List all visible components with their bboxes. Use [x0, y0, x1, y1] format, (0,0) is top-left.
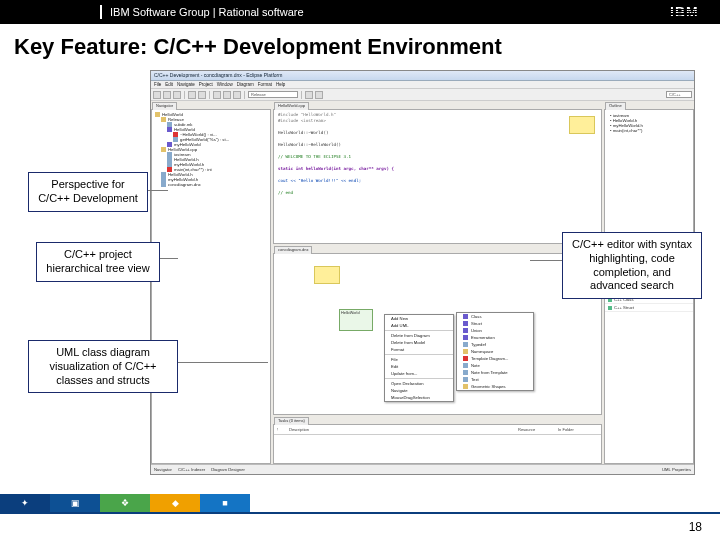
toolbar-button[interactable]	[233, 91, 241, 99]
submenu-item[interactable]: Namespace	[457, 348, 533, 355]
submenu-item[interactable]: Enumeration	[457, 334, 533, 341]
leader-uml	[178, 362, 268, 363]
explorer-tab[interactable]: Navigator	[152, 102, 177, 110]
sticky-note-icon[interactable]	[569, 116, 595, 134]
palette-item[interactable]: C++ Struct	[605, 304, 693, 312]
outline-tab[interactable]: Outline	[605, 102, 626, 110]
ide-statusbar: Navigator C/C++ Indexer Diagram Designer…	[151, 464, 694, 474]
ide-titlebar: C/C++ Development - concdiagram.dnx - Ec…	[151, 71, 694, 81]
submenu-item[interactable]: Struct	[457, 320, 533, 327]
toolbar-sep	[209, 91, 210, 99]
ctx-menu-item[interactable]: Format	[385, 346, 453, 353]
tasks-tab[interactable]: Tasks (0 items)	[274, 417, 309, 425]
code-line: // end	[278, 190, 597, 196]
sticky-note-icon[interactable]	[314, 266, 340, 284]
menu-item[interactable]: Edit	[165, 82, 173, 87]
col: !	[277, 427, 289, 432]
callout-editor: C/C++ editor with syntax highlighting, c…	[562, 232, 702, 299]
slide-title: Key Feature: C/C++ Development Environme…	[0, 24, 720, 64]
ctx-menu-item[interactable]: MouseDragSelection	[385, 394, 453, 401]
ctx-menu-item[interactable]: Edit	[385, 363, 453, 370]
ctx-menu-item[interactable]: Add UML	[385, 322, 453, 329]
submenu-item[interactable]: Template Diagram...	[457, 355, 533, 362]
tasks-view[interactable]: Tasks (0 items) ! Description Resource I…	[273, 424, 602, 464]
menu-item[interactable]: Window	[217, 82, 233, 87]
submenu-item[interactable]: Union	[457, 327, 533, 334]
file-icon	[463, 363, 468, 368]
perspective-badge[interactable]: C/C++	[666, 91, 692, 98]
ctx-menu-item[interactable]: Add New	[385, 315, 453, 322]
code-editor[interactable]: HelloWorld.cpp #include "HelloWorld.h"#i…	[273, 109, 602, 244]
ctx-menu-item[interactable]: Delete from Model	[385, 339, 453, 346]
submenu-item[interactable]: Text	[457, 376, 533, 383]
folder-icon	[463, 384, 468, 389]
submenu-item[interactable]: Geometric Shapes	[457, 383, 533, 390]
toolbar-sep	[184, 91, 185, 99]
menu-item[interactable]: Help	[276, 82, 285, 87]
toolbar-button[interactable]	[173, 91, 181, 99]
ctx-menu-item[interactable]: File	[385, 356, 453, 363]
uml-diagram[interactable]: concdiagram.dnx HelloWorld Add NewAdd UM…	[273, 253, 602, 415]
editor-tab[interactable]: HelloWorld.cpp	[274, 102, 309, 110]
menu-item[interactable]: Navigate	[177, 82, 195, 87]
ide-toolbar[interactable]: Release C/C++	[151, 89, 694, 101]
toolbar-sep	[301, 91, 302, 99]
context-menu[interactable]: Add NewAdd UMLDelete from DiagramDelete …	[384, 314, 454, 402]
submenu-item[interactable]: Typedef	[457, 341, 533, 348]
col: In Folder	[558, 427, 598, 432]
toolbar-button[interactable]	[213, 91, 221, 99]
uml-class-box[interactable]: HelloWorld	[339, 309, 373, 331]
footer-tiles: ✦ ▣ ❖ ◆ ■	[0, 494, 250, 512]
status-cell: UML Properties	[662, 467, 691, 472]
outline-view[interactable]: Outline • iostream• HelloWorld.h• myHell…	[604, 109, 694, 244]
submenu-item[interactable]: Note	[457, 362, 533, 369]
ctx-menu-item[interactable]: Delete from Diagram	[385, 332, 453, 339]
toolbar-button[interactable]	[188, 91, 196, 99]
ctx-menu-item[interactable]: Navigate	[385, 387, 453, 394]
callout-perspective: Perspective for C/C++ Development	[28, 172, 148, 212]
left-column: Navigator HelloWorldReleasesubdir.mkHell…	[151, 101, 271, 464]
project-explorer[interactable]: Navigator HelloWorldReleasesubdir.mkHell…	[151, 109, 271, 464]
col: Description	[289, 427, 518, 432]
ide-menubar[interactable]: File Edit Navigate Project Window Diagra…	[151, 81, 694, 89]
footer-tile: ▣	[50, 494, 100, 512]
toolbar-button[interactable]	[315, 91, 323, 99]
diagram-tab[interactable]: concdiagram.dnx	[274, 246, 312, 254]
middle-column: HelloWorld.cpp #include "HelloWorld.h"#i…	[273, 101, 602, 464]
leader-perspective	[148, 190, 168, 191]
ctx-menu-item[interactable]: Open Declaration	[385, 380, 453, 387]
ctx-menu-item[interactable]: Update from...	[385, 370, 453, 377]
menu-item[interactable]: File	[154, 82, 161, 87]
outline-host: • iostream• HelloWorld.h• myHelloWorld.h…	[605, 110, 693, 136]
toolbar-button[interactable]	[163, 91, 171, 99]
folder-icon	[161, 117, 166, 122]
outline-item[interactable]: • main(int,char**)	[607, 128, 691, 133]
file-icon	[463, 377, 468, 382]
code-area[interactable]: #include "HelloWorld.h"#include <iostrea…	[274, 110, 601, 198]
folder-icon	[161, 147, 166, 152]
toolbar-button[interactable]	[223, 91, 231, 99]
footer-tile: ◆	[150, 494, 200, 512]
toolbar-button[interactable]	[305, 91, 313, 99]
menu-item[interactable]: Format	[258, 82, 272, 87]
tree-node[interactable]: concdiagram.dnx	[152, 182, 270, 187]
ibm-logo: IBM	[670, 5, 706, 19]
menu-item[interactable]: Project	[199, 82, 213, 87]
status-cell: C/C++ Indexer	[178, 467, 205, 472]
cls-icon	[463, 335, 468, 340]
submenu-item[interactable]: Class	[457, 313, 533, 320]
leader-editor	[530, 260, 562, 261]
file-icon	[463, 370, 468, 375]
leader-tree	[160, 258, 178, 259]
header-group-text: IBM Software Group | Rational software	[110, 6, 304, 18]
toolbar-config-combo[interactable]: Release	[248, 91, 298, 98]
context-submenu[interactable]: ClassStructUnionEnumerationTypedefNamesp…	[456, 312, 534, 391]
footer-tile: ✦	[0, 494, 50, 512]
toolbar-button[interactable]	[153, 91, 161, 99]
cls-icon	[463, 314, 468, 319]
submenu-item[interactable]: Note from Template	[457, 369, 533, 376]
toolbar-button[interactable]	[198, 91, 206, 99]
page-number: 18	[689, 520, 702, 534]
menu-item[interactable]: Diagram	[237, 82, 254, 87]
status-cell: Diagram Designer	[211, 467, 245, 472]
